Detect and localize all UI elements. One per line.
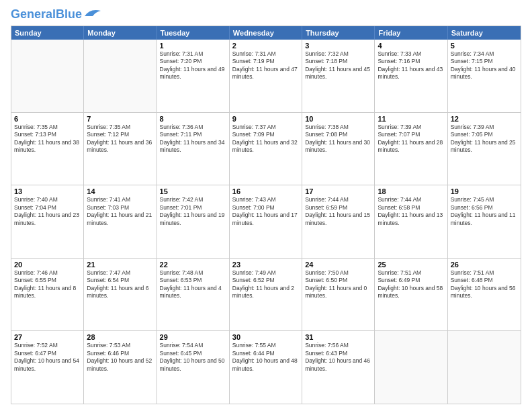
day-info-line: Daylight: 10 hours and 50 minutes.	[160, 357, 226, 373]
day-number: 26	[451, 261, 518, 269]
day-info: Sunrise: 7:31 AMSunset: 7:20 PMDaylight:…	[160, 50, 226, 81]
day-info-line: Sunrise: 7:54 AM	[160, 342, 226, 349]
day-info: Sunrise: 7:56 AMSunset: 6:43 PMDaylight:…	[305, 342, 371, 373]
cal-cell-day-7: 7Sunrise: 7:35 AMSunset: 7:12 PMDaylight…	[84, 113, 157, 185]
day-info-line: Sunset: 7:15 PM	[451, 58, 518, 65]
cal-cell-day-21: 21Sunrise: 7:47 AMSunset: 6:54 PMDayligh…	[84, 259, 157, 331]
cal-cell-day-14: 14Sunrise: 7:41 AMSunset: 7:03 PMDayligh…	[84, 185, 157, 258]
day-info-line: Daylight: 11 hours and 8 minutes.	[14, 285, 81, 300]
calendar-week-2: 6Sunrise: 7:35 AMSunset: 7:13 PMDaylight…	[11, 113, 521, 186]
day-info: Sunrise: 7:35 AMSunset: 7:12 PMDaylight:…	[87, 124, 153, 154]
cal-cell-day-29: 29Sunrise: 7:54 AMSunset: 6:45 PMDayligh…	[157, 331, 230, 404]
day-info-line: Daylight: 11 hours and 40 minutes.	[451, 66, 518, 81]
day-info-line: Daylight: 11 hours and 47 minutes.	[232, 66, 299, 81]
day-number: 18	[378, 187, 444, 195]
cal-header-friday: Friday	[375, 26, 447, 40]
day-number: 11	[378, 115, 444, 123]
calendar-header: SundayMondayTuesdayWednesdayThursdayFrid…	[11, 26, 521, 40]
day-number: 27	[14, 333, 81, 341]
cal-cell-day-19: 19Sunrise: 7:45 AMSunset: 6:56 PMDayligh…	[448, 185, 521, 258]
day-info-line: Sunrise: 7:39 AM	[378, 124, 444, 131]
cal-cell-day-4: 4Sunrise: 7:33 AMSunset: 7:16 PMDaylight…	[375, 40, 447, 112]
day-info-line: Sunset: 6:50 PM	[305, 277, 371, 284]
day-info-line: Sunrise: 7:31 AM	[232, 50, 299, 58]
day-info-line: Sunrise: 7:53 AM	[87, 342, 153, 349]
cal-cell-day-5: 5Sunrise: 7:34 AMSunset: 7:15 PMDaylight…	[448, 40, 521, 112]
day-info-line: Daylight: 11 hours and 0 minutes.	[305, 285, 371, 300]
day-number: 22	[160, 261, 226, 269]
cal-cell-day-8: 8Sunrise: 7:36 AMSunset: 7:11 PMDaylight…	[157, 113, 230, 185]
day-info-line: Sunset: 6:46 PM	[87, 350, 153, 357]
day-info: Sunrise: 7:50 AMSunset: 6:50 PMDaylight:…	[305, 269, 371, 300]
cal-cell-empty	[375, 331, 447, 404]
day-info-line: Sunrise: 7:34 AM	[451, 50, 518, 58]
day-info: Sunrise: 7:35 AMSunset: 7:13 PMDaylight:…	[14, 124, 81, 154]
cal-cell-empty	[11, 40, 84, 112]
day-number: 4	[378, 42, 444, 50]
day-info-line: Sunset: 6:53 PM	[160, 277, 226, 284]
day-number: 31	[305, 333, 371, 341]
day-info-line: Sunset: 6:52 PM	[232, 277, 299, 284]
day-info: Sunrise: 7:31 AMSunset: 7:19 PMDaylight:…	[232, 50, 299, 81]
day-info: Sunrise: 7:45 AMSunset: 6:56 PMDaylight:…	[451, 196, 518, 227]
day-info-line: Sunrise: 7:43 AM	[232, 196, 299, 203]
cal-cell-day-9: 9Sunrise: 7:37 AMSunset: 7:09 PMDaylight…	[230, 113, 302, 185]
logo-blue: Blue	[56, 7, 82, 21]
day-info-line: Sunset: 7:07 PM	[378, 131, 444, 138]
day-number: 6	[14, 115, 81, 123]
day-info-line: Daylight: 10 hours and 52 minutes.	[87, 357, 153, 373]
day-info-line: Daylight: 11 hours and 43 minutes.	[378, 66, 444, 81]
day-info: Sunrise: 7:44 AMSunset: 6:59 PMDaylight:…	[305, 196, 371, 227]
day-info-line: Sunrise: 7:42 AM	[160, 196, 226, 203]
day-number: 28	[87, 333, 153, 341]
cal-cell-day-27: 27Sunrise: 7:52 AMSunset: 6:47 PMDayligh…	[11, 331, 84, 404]
day-number: 19	[451, 187, 518, 195]
day-info-line: Sunset: 6:44 PM	[232, 350, 299, 357]
logo: GeneralBlue	[11, 8, 102, 20]
day-info-line: Sunrise: 7:52 AM	[14, 342, 81, 349]
day-info: Sunrise: 7:44 AMSunset: 6:58 PMDaylight:…	[378, 196, 444, 227]
day-info-line: Daylight: 11 hours and 19 minutes.	[160, 212, 226, 227]
day-info-line: Sunset: 7:00 PM	[232, 204, 299, 212]
day-info: Sunrise: 7:34 AMSunset: 7:15 PMDaylight:…	[451, 50, 518, 81]
day-info-line: Daylight: 11 hours and 21 minutes.	[87, 212, 153, 227]
cal-cell-day-30: 30Sunrise: 7:55 AMSunset: 6:44 PMDayligh…	[230, 331, 302, 404]
day-info-line: Sunrise: 7:37 AM	[232, 124, 299, 131]
calendar: SundayMondayTuesdayWednesdayThursdayFrid…	[11, 26, 521, 404]
day-info-line: Sunrise: 7:35 AM	[87, 124, 153, 131]
day-info: Sunrise: 7:39 AMSunset: 7:05 PMDaylight:…	[451, 124, 518, 154]
day-info: Sunrise: 7:40 AMSunset: 7:04 PMDaylight:…	[14, 196, 81, 227]
day-info: Sunrise: 7:46 AMSunset: 6:55 PMDaylight:…	[14, 269, 81, 300]
day-info-line: Sunset: 7:13 PM	[14, 131, 81, 138]
day-info-line: Sunset: 6:49 PM	[378, 277, 444, 284]
day-info: Sunrise: 7:55 AMSunset: 6:44 PMDaylight:…	[232, 342, 299, 373]
day-info-line: Sunset: 7:18 PM	[305, 58, 371, 65]
cal-cell-day-13: 13Sunrise: 7:40 AMSunset: 7:04 PMDayligh…	[11, 185, 84, 258]
cal-cell-day-20: 20Sunrise: 7:46 AMSunset: 6:55 PMDayligh…	[11, 259, 84, 331]
cal-cell-day-31: 31Sunrise: 7:56 AMSunset: 6:43 PMDayligh…	[302, 331, 375, 404]
cal-cell-day-10: 10Sunrise: 7:38 AMSunset: 7:08 PMDayligh…	[302, 113, 375, 185]
day-info-line: Daylight: 11 hours and 32 minutes.	[232, 139, 299, 154]
calendar-week-5: 27Sunrise: 7:52 AMSunset: 6:47 PMDayligh…	[11, 331, 521, 404]
cal-cell-day-24: 24Sunrise: 7:50 AMSunset: 6:50 PMDayligh…	[302, 259, 375, 331]
cal-cell-day-16: 16Sunrise: 7:43 AMSunset: 7:00 PMDayligh…	[230, 185, 302, 258]
day-info-line: Daylight: 11 hours and 45 minutes.	[305, 66, 371, 81]
day-info-line: Sunrise: 7:45 AM	[451, 196, 518, 203]
cal-cell-day-23: 23Sunrise: 7:49 AMSunset: 6:52 PMDayligh…	[230, 259, 302, 331]
day-number: 10	[305, 115, 371, 123]
day-info-line: Daylight: 11 hours and 28 minutes.	[378, 139, 444, 154]
day-info-line: Sunset: 7:12 PM	[87, 131, 153, 138]
day-info-line: Sunset: 6:45 PM	[160, 350, 226, 357]
cal-header-tuesday: Tuesday	[157, 26, 230, 40]
day-info-line: Sunrise: 7:51 AM	[378, 269, 444, 277]
day-info-line: Sunset: 7:09 PM	[232, 131, 299, 138]
day-info: Sunrise: 7:49 AMSunset: 6:52 PMDaylight:…	[232, 269, 299, 300]
day-info-line: Sunset: 6:48 PM	[451, 277, 518, 284]
day-info-line: Sunrise: 7:36 AM	[160, 124, 226, 131]
page: GeneralBlue SundayMondayTuesdayWednesday…	[0, 0, 532, 411]
day-number: 7	[87, 115, 153, 123]
day-info: Sunrise: 7:51 AMSunset: 6:49 PMDaylight:…	[378, 269, 444, 300]
cal-cell-day-22: 22Sunrise: 7:48 AMSunset: 6:53 PMDayligh…	[157, 259, 230, 331]
day-number: 1	[160, 42, 226, 50]
day-info-line: Daylight: 11 hours and 2 minutes.	[232, 285, 299, 300]
